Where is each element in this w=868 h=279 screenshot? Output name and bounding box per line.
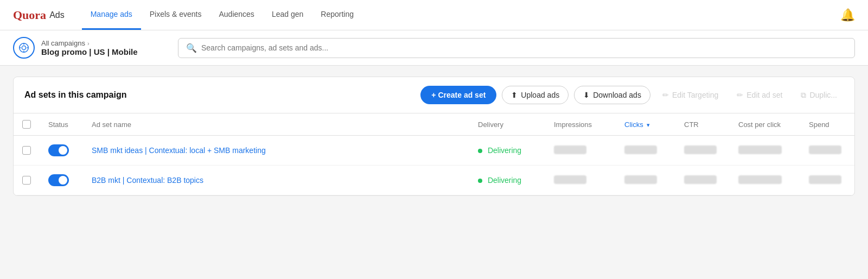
row-2-ad-name[interactable]: B2B mkt | Contextual: B2B topics xyxy=(92,176,203,185)
col-header-spend: Spend xyxy=(800,113,854,136)
upload-ads-button[interactable]: ⬆ Upload ads xyxy=(502,86,569,104)
col-header-cpc: Cost per click xyxy=(730,113,800,136)
table-row: SMB mkt ideas | Contextual: local + SMB … xyxy=(14,136,854,166)
sort-desc-icon: ▾ xyxy=(647,122,650,128)
download-icon: ⬇ xyxy=(583,91,590,99)
table-header-row: Status Ad set name Delivery Impressions … xyxy=(14,113,854,136)
breadcrumb-row: All campaigns › Blog promo | US | Mobile… xyxy=(0,30,868,66)
col-header-clicks[interactable]: Clicks ▾ xyxy=(616,113,675,136)
nav-links: Manage ads Pixels & events Audiences Lea… xyxy=(82,0,362,30)
duplicate-button[interactable]: ⧉ Duplic... xyxy=(794,86,844,104)
col-header-impressions: Impressions xyxy=(545,113,616,136)
row-2-spend xyxy=(809,175,841,184)
nav-pixels-events[interactable]: Pixels & events xyxy=(141,0,210,30)
row-1-impressions xyxy=(554,145,586,154)
row-2-cpc xyxy=(738,175,782,184)
breadcrumb-parent[interactable]: All campaigns › xyxy=(41,39,138,47)
create-ad-set-button[interactable]: + Create ad set xyxy=(420,86,496,104)
main-content: Ad sets in this campaign + Create ad set… xyxy=(0,66,868,207)
col-header-name: Ad set name xyxy=(83,113,469,136)
row-2-clicks xyxy=(624,175,657,184)
top-nav: Quora Ads Manage ads Pixels & events Aud… xyxy=(0,0,868,30)
edit-targeting-button[interactable]: ✏ Edit Targeting xyxy=(656,86,725,104)
chevron-right-icon: › xyxy=(87,40,90,47)
logo: Quora Ads xyxy=(13,8,65,22)
row-2-checkbox[interactable] xyxy=(22,176,31,185)
ad-sets-card: Ad sets in this campaign + Create ad set… xyxy=(13,77,855,196)
row-1-cpc xyxy=(738,145,782,154)
download-ads-button[interactable]: ⬇ Download ads xyxy=(574,86,650,104)
card-toolbar: Ad sets in this campaign + Create ad set… xyxy=(14,77,854,113)
row-1-checkbox[interactable] xyxy=(22,146,31,155)
row-2-delivery: Delivering xyxy=(488,176,521,185)
ad-sets-table: Status Ad set name Delivery Impressions … xyxy=(14,113,854,195)
edit-ad-set-button[interactable]: ✏ Edit ad set xyxy=(730,86,789,104)
bell-icon[interactable]: 🔔 xyxy=(840,8,855,22)
nav-lead-gen[interactable]: Lead gen xyxy=(263,0,312,30)
edit-targeting-icon: ✏ xyxy=(662,91,669,99)
nav-reporting[interactable]: Reporting xyxy=(312,0,362,30)
search-input[interactable] xyxy=(201,43,847,52)
delivery-dot-icon xyxy=(478,179,482,183)
select-all-checkbox[interactable] xyxy=(22,120,31,129)
search-icon: 🔍 xyxy=(186,43,197,53)
edit-ad-set-icon: ✏ xyxy=(737,91,743,99)
row-1-spend xyxy=(809,145,841,154)
col-header-delivery: Delivery xyxy=(469,113,545,136)
row-2-impressions xyxy=(554,175,586,184)
table-row: B2B mkt | Contextual: B2B topics Deliver… xyxy=(14,166,854,195)
col-header-status: Status xyxy=(40,113,83,136)
row-1-clicks xyxy=(624,145,657,154)
row-1-ad-name[interactable]: SMB mkt ideas | Contextual: local + SMB … xyxy=(92,146,266,155)
breadcrumb-title: Blog promo | US | Mobile xyxy=(41,47,138,56)
row-2-toggle[interactable] xyxy=(48,174,69,186)
row-2-ctr xyxy=(684,175,717,184)
row-1-delivery: Delivering xyxy=(488,146,521,155)
upload-icon: ⬆ xyxy=(511,91,518,99)
svg-point-1 xyxy=(22,46,25,49)
row-1-toggle[interactable] xyxy=(48,144,69,156)
breadcrumb-left: All campaigns › Blog promo | US | Mobile xyxy=(13,37,165,59)
logo-quora: Quora xyxy=(13,8,46,22)
search-bar: 🔍 xyxy=(178,38,855,58)
breadcrumb-text: All campaigns › Blog promo | US | Mobile xyxy=(41,39,138,56)
duplicate-icon: ⧉ xyxy=(801,91,806,100)
nav-audiences[interactable]: Audiences xyxy=(210,0,263,30)
logo-ads: Ads xyxy=(49,10,65,20)
campaign-icon xyxy=(13,37,35,59)
toolbar-title: Ad sets in this campaign xyxy=(24,90,415,100)
row-1-ctr xyxy=(684,145,717,154)
delivery-dot-icon xyxy=(478,149,482,153)
nav-manage-ads[interactable]: Manage ads xyxy=(82,0,141,30)
col-header-ctr: CTR xyxy=(675,113,730,136)
